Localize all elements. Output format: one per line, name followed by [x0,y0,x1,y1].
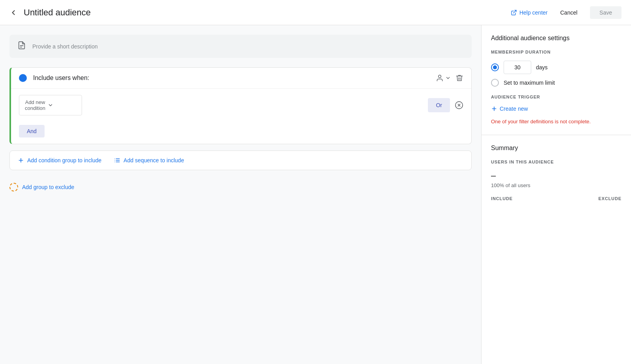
max-limit-radio-button[interactable] [491,79,499,87]
summary-title: Summary [491,145,622,152]
main-layout: Provide a short description Include user… [0,25,631,364]
condition-row: Add new condition Or [11,89,471,122]
add-condition-group-button[interactable]: Add condition group to include [18,157,101,163]
settings-title: Additional audience settings [491,35,622,42]
right-panel: Additional audience settings MEMBERSHIP … [481,25,631,364]
days-option-row: days [491,61,622,74]
back-button[interactable] [9,9,17,17]
add-sequence-button[interactable]: Add sequence to include [114,157,184,163]
add-group-row: Add condition group to include Add seque… [9,150,472,170]
plus-icon [18,157,24,163]
membership-duration-label: MEMBERSHIP DURATION [491,50,622,54]
include-exclude-row: INCLUDE EXCLUDE [491,196,622,201]
add-condition-dropdown[interactable]: Add new condition [19,95,82,115]
user-icon [436,74,444,82]
add-condition-label: Add new condition [25,99,45,111]
include-column-label: INCLUDE [491,196,513,201]
days-radio-button[interactable] [491,63,499,71]
dropdown-chevron-icon [48,102,53,108]
trash-icon [456,74,463,82]
left-panel: Provide a short description Include user… [0,25,481,364]
svg-line-0 [513,10,516,13]
max-limit-row: Set to maximum limit [491,79,622,87]
users-in-audience-label: USERS IN THIS AUDIENCE [491,160,622,164]
save-button[interactable]: Save [590,6,622,19]
header-actions: Help center Cancel Save [511,6,622,19]
exclude-group-label: Add group to exclude [22,184,74,190]
help-center-label: Help center [519,9,548,16]
summary-section: Summary USERS IN THIS AUDIENCE – 100% of… [482,135,631,210]
days-input[interactable] [504,61,531,74]
add-sequence-label: Add sequence to include [123,157,184,163]
document-icon [17,41,26,52]
users-percent: 100% of all users [491,182,622,188]
description-bar: Provide a short description [9,35,472,58]
cancel-button[interactable]: Cancel [554,6,584,19]
include-dot [19,74,27,82]
settings-section: Additional audience settings MEMBERSHIP … [482,25,631,135]
description-placeholder[interactable]: Provide a short description [32,43,98,50]
or-button[interactable]: Or [428,98,450,112]
user-scope-button[interactable] [436,74,451,82]
svg-point-3 [439,75,441,78]
close-circle-button[interactable] [455,101,463,110]
include-group: Include users when: [9,67,472,144]
add-exclude-group-button[interactable]: Add group to exclude [9,180,74,195]
create-new-label: Create new [500,106,528,112]
include-title: Include users when: [33,74,436,82]
external-link-icon [511,9,517,16]
dashed-circle-icon [9,183,18,191]
sequence-icon [114,157,120,163]
close-circle-icon [455,101,463,110]
page-title: Untitled audience [24,7,511,18]
users-count: – [491,171,622,181]
and-row: And [11,122,471,144]
create-new-button[interactable]: Create new [491,106,528,112]
audience-trigger-section: AUDIENCE TRIGGER Create new [491,95,622,112]
add-condition-group-label: Add condition group to include [27,157,101,163]
help-center-link[interactable]: Help center [511,9,548,16]
include-header: Include users when: [11,68,471,89]
include-header-actions [436,74,463,82]
delete-button[interactable] [456,74,463,82]
audience-trigger-label: AUDIENCE TRIGGER [491,95,622,99]
and-button[interactable]: And [19,125,45,137]
max-limit-label: Set to maximum limit [504,80,555,86]
chevron-down-icon [445,75,451,81]
days-label: days [536,64,548,71]
error-message: One of your filter definitions is not co… [491,118,622,125]
plus-create-icon [491,106,497,112]
exclude-column-label: EXCLUDE [598,196,622,201]
header: Untitled audience Help center Cancel Sav… [0,0,631,25]
